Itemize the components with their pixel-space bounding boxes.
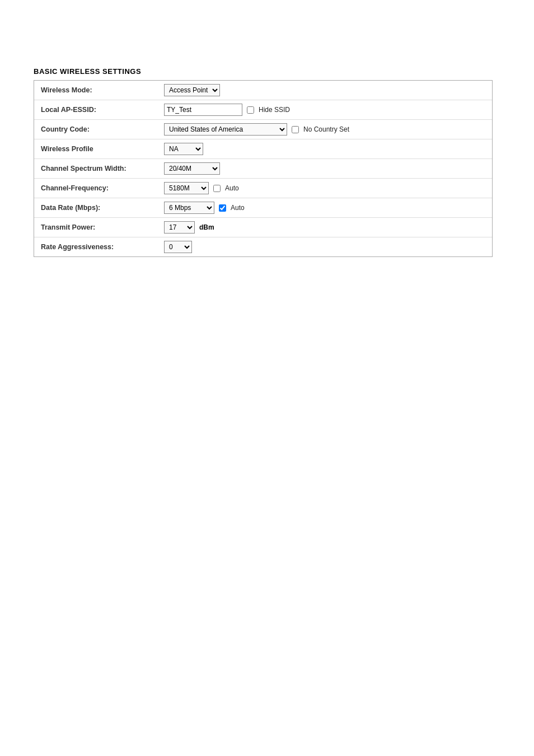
select-channel-spectrum-width[interactable]: 20/40M 20M 40M: [164, 162, 220, 175]
row-wireless-mode: Wireless Mode: Access Point Client Repea…: [34, 81, 492, 100]
control-channel-spectrum-width: 20/40M 20M 40M: [164, 162, 485, 175]
settings-table: Wireless Mode: Access Point Client Repea…: [34, 80, 493, 257]
row-data-rate: Data Rate (Mbps): 6 Mbps 9 Mbps 12 Mbps …: [34, 198, 492, 218]
checkbox-channel-frequency-auto[interactable]: [213, 185, 221, 192]
checkbox-hide-ssid[interactable]: [247, 106, 254, 114]
label-wireless-mode: Wireless Mode:: [41, 86, 164, 94]
select-wireless-profile[interactable]: NA EU JP AU: [164, 143, 203, 155]
label-channel-spectrum-width: Channel Spectrum Width:: [41, 165, 164, 172]
control-transmit-power: 1234 5678 9101112 13141516 17181920 dBm: [164, 221, 485, 234]
row-wireless-profile: Wireless Profile NA EU JP AU: [34, 139, 492, 159]
row-rate-aggressiveness: Rate Aggressiveness: 0 1 2 3 4 5: [34, 237, 492, 256]
checkbox-no-country-set[interactable]: [292, 126, 299, 133]
control-rate-aggressiveness: 0 1 2 3 4 5: [164, 241, 485, 253]
label-rate-aggressiveness: Rate Aggressiveness:: [41, 243, 164, 251]
label-wireless-profile: Wireless Profile: [41, 145, 164, 153]
row-channel-spectrum-width: Channel Spectrum Width: 20/40M 20M 40M: [34, 159, 492, 179]
select-data-rate[interactable]: 6 Mbps 9 Mbps 12 Mbps 18 Mbps 24 Mbps 36…: [164, 202, 214, 214]
row-channel-frequency: Channel-Frequency: 5180M 5200M 5220M 524…: [34, 179, 492, 198]
label-no-country-set: No Country Set: [303, 125, 349, 133]
label-data-rate: Data Rate (Mbps):: [41, 204, 164, 212]
section-title: BASIC WIRELESS SETTINGS: [34, 67, 500, 76]
select-transmit-power[interactable]: 1234 5678 9101112 13141516 17181920: [164, 221, 195, 234]
select-rate-aggressiveness[interactable]: 0 1 2 3 4 5: [164, 241, 192, 253]
select-country-code[interactable]: United States of America Canada United K…: [164, 123, 287, 136]
row-country-code: Country Code: United States of America C…: [34, 120, 492, 139]
control-wireless-mode: Access Point Client Repeater Bridge: [164, 84, 485, 96]
label-transmit-power: Transmit Power:: [41, 223, 164, 231]
control-data-rate: 6 Mbps 9 Mbps 12 Mbps 18 Mbps 24 Mbps 36…: [164, 202, 485, 214]
label-data-rate-auto: Auto: [231, 204, 245, 212]
label-local-ap-essid: Local AP-ESSID:: [41, 106, 164, 114]
select-channel-frequency[interactable]: 5180M 5200M 5220M 5240M 5260M: [164, 182, 209, 194]
label-hide-ssid: Hide SSID: [259, 106, 290, 114]
row-local-ap-essid: Local AP-ESSID: Hide SSID: [34, 100, 492, 120]
select-wireless-mode[interactable]: Access Point Client Repeater Bridge: [164, 84, 220, 96]
unit-dbm: dBm: [199, 223, 214, 231]
checkbox-data-rate-auto[interactable]: [219, 204, 226, 212]
input-local-ap-essid[interactable]: [164, 104, 242, 116]
label-channel-frequency: Channel-Frequency:: [41, 184, 164, 192]
label-country-code: Country Code:: [41, 125, 164, 133]
control-channel-frequency: 5180M 5200M 5220M 5240M 5260M Auto: [164, 182, 485, 194]
control-country-code: United States of America Canada United K…: [164, 123, 485, 136]
label-channel-frequency-auto: Auto: [225, 184, 239, 192]
control-wireless-profile: NA EU JP AU: [164, 143, 485, 155]
control-local-ap-essid: Hide SSID: [164, 104, 485, 116]
row-transmit-power: Transmit Power: 1234 5678 9101112 131415…: [34, 218, 492, 237]
